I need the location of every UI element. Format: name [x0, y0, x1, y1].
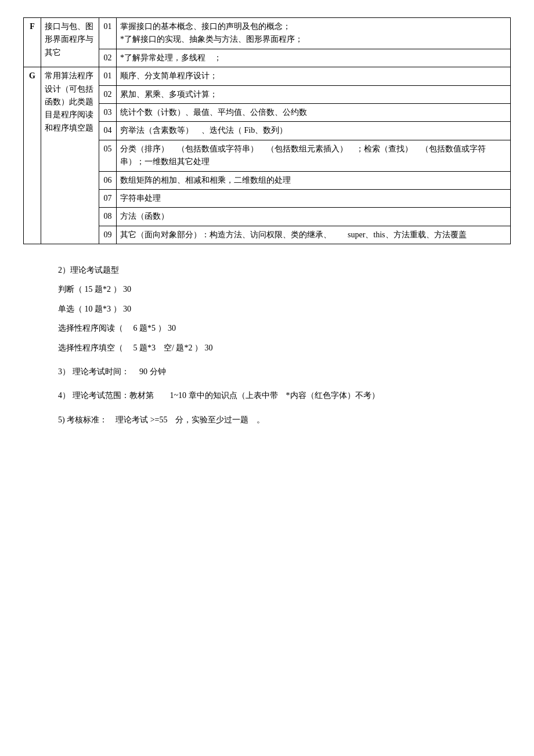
- item-content: 统计个数（计数）、最值、平均值、公倍数、公约数: [117, 103, 511, 121]
- item-content: 穷举法（含素数等） 、迭代法（ Fib、数列）: [117, 122, 511, 140]
- item-num: 03: [99, 103, 117, 121]
- item-num: 04: [99, 122, 117, 140]
- item-num: 02: [99, 49, 117, 67]
- item-num: 08: [99, 208, 117, 226]
- item-num: 06: [99, 171, 117, 189]
- row-topic: 常用算法程序设计（可包括函数）此类题目是程序阅读和程序填空题: [41, 67, 99, 244]
- item-content: 数组矩阵的相加、相减和相乘，二维数组的处理: [117, 171, 511, 189]
- item-content: 分类（排序） （包括数值或字符串） （包括数组元素插入） ；检索（查找） （包括…: [117, 140, 511, 171]
- item-content: *了解异常处理，多线程 ；: [117, 49, 511, 67]
- row-letter: F: [24, 18, 41, 67]
- main-table: F接口与包、图形界面程序与其它01掌握接口的基本概念、接口的声明及包的概念； *…: [23, 17, 511, 244]
- item-content: 方法（函数）: [117, 208, 511, 226]
- range-title: 4） 理论考试范围：教材第 1~10 章中的知识点（上表中带 *内容（红色字体）…: [58, 387, 511, 404]
- item-num: 02: [99, 85, 117, 103]
- item-num: 09: [99, 226, 117, 244]
- item-content: 掌握接口的基本概念、接口的声明及包的概念； *了解接口的实现、抽象类与方法、图形…: [117, 18, 511, 49]
- row-topic: 接口与包、图形界面程序与其它: [41, 18, 99, 67]
- item-content: 字符串处理: [117, 189, 511, 207]
- theory-type-item: 选择性程序阅读（ 6 题*5 ） 30: [58, 320, 511, 337]
- row-letter: G: [24, 67, 41, 244]
- theory-type-item: 选择性程序填空（ 5 题*3 空/ 题*2 ） 30: [58, 339, 511, 356]
- item-content: 顺序、分支简单程序设计；: [117, 67, 511, 85]
- item-num: 01: [99, 67, 117, 85]
- time-title: 3） 理论考试时间： 90 分钟: [58, 363, 511, 380]
- theory-type-title: 2）理论考试题型: [58, 262, 511, 278]
- theory-type-item: 单选（ 10 题*3 ） 30: [58, 301, 511, 317]
- sections-area: 2）理论考试题型 判断（ 15 题*2 ） 30单选（ 10 题*3 ） 30选…: [23, 262, 511, 428]
- item-num: 05: [99, 140, 117, 171]
- item-num: 01: [99, 18, 117, 49]
- standard-title: 5) 考核标准： 理论考试 >=55 分，实验至少过一题 。: [58, 411, 511, 428]
- item-num: 07: [99, 189, 117, 207]
- item-content: 累加、累乘、多项式计算；: [117, 85, 511, 103]
- theory-type-item: 判断（ 15 题*2 ） 30: [58, 281, 511, 298]
- item-content: 其它（面向对象部分）：构造方法、访问权限、类的继承、 super、this、方法…: [117, 226, 511, 244]
